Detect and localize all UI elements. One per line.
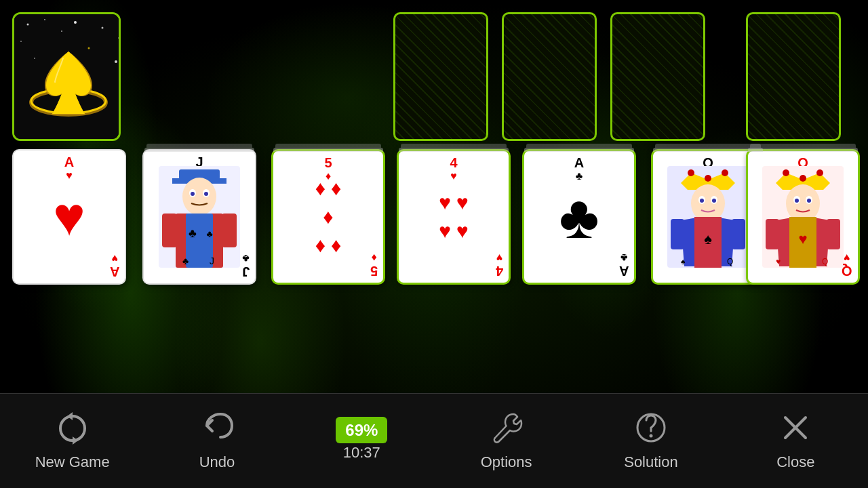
stack-indicator-4 xyxy=(275,144,381,148)
svg-point-33 xyxy=(722,169,728,176)
svg-point-2 xyxy=(27,24,29,26)
solution-icon xyxy=(634,411,668,449)
time-label: 10:37 xyxy=(343,444,380,462)
new-game-icon xyxy=(56,411,90,449)
card-top-left: A ♣ xyxy=(530,155,629,182)
svg-point-52 xyxy=(795,199,799,203)
card-bottom-right: J ♣ xyxy=(242,252,250,279)
svg-point-46 xyxy=(783,169,789,176)
svg-point-49 xyxy=(786,184,820,222)
foundation-slot-2[interactable] xyxy=(502,12,597,141)
card-pips: ♦ ♦ ♦ ♦ ♦ xyxy=(315,177,342,257)
card-ace-hearts[interactable]: A ♥ ♥ A ♥ xyxy=(12,149,126,285)
svg-point-61 xyxy=(649,434,652,438)
svg-point-20 xyxy=(191,192,195,196)
options-button[interactable]: Options xyxy=(446,411,568,471)
stock-pile[interactable] xyxy=(12,12,121,141)
card-jack-clubs[interactable]: J ♣ ♣ xyxy=(142,149,256,285)
svg-point-21 xyxy=(204,192,208,196)
options-label: Options xyxy=(481,453,532,471)
svg-text:J: J xyxy=(210,256,214,266)
svg-point-11 xyxy=(115,60,117,63)
svg-point-10 xyxy=(34,58,35,59)
svg-point-48 xyxy=(816,169,823,176)
svg-text:♠: ♠ xyxy=(704,230,712,247)
stack-indicator-6 xyxy=(401,144,507,148)
toolbar: New Game Undo 69% 10:37 Options xyxy=(0,393,868,488)
stack-indicator-11 xyxy=(748,148,858,152)
svg-point-3 xyxy=(44,19,45,20)
card-bottom-right: 5 ♦ xyxy=(370,251,378,279)
card-ace-clubs[interactable]: A ♣ ♣ A ♣ xyxy=(522,149,636,285)
svg-rect-26 xyxy=(162,214,177,247)
stack-indicator-7 xyxy=(524,148,634,152)
svg-point-9 xyxy=(88,47,90,49)
svg-point-38 xyxy=(712,199,716,203)
svg-rect-56 xyxy=(766,219,779,249)
undo-label: Undo xyxy=(199,453,235,471)
card-five-diamonds[interactable]: 5 ♦ ♦ ♦ ♦ ♦ ♦ 5 ♦ xyxy=(271,149,385,285)
svg-point-6 xyxy=(20,41,22,42)
close-button[interactable]: Close xyxy=(734,411,856,471)
svg-text:♥: ♥ xyxy=(798,230,807,247)
card-bottom-right: 4 ♥ xyxy=(496,251,503,279)
svg-rect-23 xyxy=(186,214,213,268)
game-area: A ♥ ♥ A ♥ J ♣ xyxy=(0,0,868,393)
card-bottom-right: A ♥ xyxy=(110,252,119,279)
card-queen-hearts[interactable]: Q ♥ ♥ xyxy=(746,149,860,285)
svg-point-7 xyxy=(119,37,121,39)
card-face: ♠ ♠ Q xyxy=(667,166,749,268)
new-game-button[interactable]: New Game xyxy=(12,411,134,471)
svg-point-32 xyxy=(705,175,711,182)
svg-text:♣: ♣ xyxy=(182,256,189,266)
close-icon xyxy=(778,411,812,449)
card-pips: ♥ ♥ ♥ ♥ xyxy=(439,191,469,243)
close-label: Close xyxy=(776,453,814,471)
stack-indicator-2 xyxy=(146,144,252,148)
svg-rect-57 xyxy=(827,219,840,249)
svg-point-47 xyxy=(800,175,806,182)
options-icon xyxy=(490,411,524,449)
stack-indicator-8 xyxy=(526,144,632,148)
svg-point-34 xyxy=(691,184,725,222)
stack-indicator-12 xyxy=(750,144,856,148)
stack-indicator-9 xyxy=(653,148,763,152)
svg-text:Q: Q xyxy=(822,257,828,266)
card-bottom-right: Q ♥ xyxy=(842,251,852,279)
undo-button[interactable]: Undo xyxy=(156,411,278,471)
svg-point-53 xyxy=(807,199,811,203)
svg-point-31 xyxy=(688,169,694,176)
card-pip: ♥ xyxy=(53,190,85,244)
card-four-hearts[interactable]: 4 ♥ ♥ ♥ ♥ ♥ 4 ♥ xyxy=(397,149,511,285)
svg-rect-42 xyxy=(732,219,745,249)
svg-rect-27 xyxy=(222,214,237,247)
new-game-label: New Game xyxy=(35,453,110,471)
svg-point-4 xyxy=(74,21,77,24)
card-top-left: A ♥ xyxy=(19,155,119,182)
progress-time-button[interactable]: 69% 10:37 xyxy=(300,421,422,462)
undo-icon xyxy=(200,411,234,449)
stack-indicator-3 xyxy=(273,148,383,152)
progress-badge: 69% xyxy=(336,421,387,440)
foundation-slot-4[interactable] xyxy=(746,12,841,141)
card-bottom-right: A ♣ xyxy=(619,251,629,279)
stack-indicator-10 xyxy=(655,144,761,148)
foundation-slot-3[interactable] xyxy=(610,12,705,141)
card-face: ♥ ♥ Q xyxy=(762,166,844,268)
svg-point-17 xyxy=(182,178,216,216)
card-top-left: 4 ♥ xyxy=(404,155,503,182)
svg-point-37 xyxy=(700,199,704,203)
svg-text:Q: Q xyxy=(727,257,733,266)
solution-label: Solution xyxy=(624,453,678,471)
card-pip: ♣ xyxy=(559,186,599,247)
svg-text:♣: ♣ xyxy=(189,226,197,240)
svg-text:♥: ♥ xyxy=(776,257,781,266)
solution-button[interactable]: Solution xyxy=(590,411,712,471)
svg-point-8 xyxy=(61,30,62,32)
svg-point-5 xyxy=(102,27,104,29)
svg-rect-41 xyxy=(671,219,684,249)
svg-text:♣: ♣ xyxy=(206,228,212,239)
foundation-slot-1[interactable] xyxy=(393,12,488,141)
svg-text:♠: ♠ xyxy=(681,257,686,266)
stack-indicator-1 xyxy=(144,148,254,152)
